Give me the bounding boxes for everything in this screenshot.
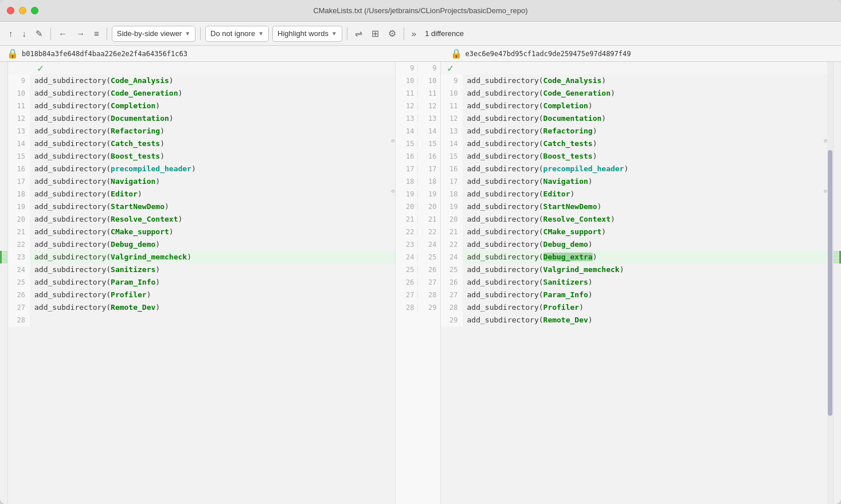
right-line-row: 25add_subdirectory(Valgrind_memcheck) <box>441 263 828 276</box>
window-title: CMakeLists.txt (/Users/jetbrains/CLionPr… <box>313 6 527 15</box>
left-line-row: 18add_subdirectory(Editor)⊖ <box>8 188 395 200</box>
diff-count: 1 difference <box>425 29 464 38</box>
viewer-dropdown[interactable]: Side-by-side viewer ▼ <box>112 26 195 42</box>
left-line-row: 11add_subdirectory(Completion) <box>8 100 395 112</box>
highlight-dropdown-label: Highlight words <box>277 29 328 38</box>
back-button[interactable]: ← <box>56 26 70 41</box>
right-line-row: 11add_subdirectory(Completion) <box>441 100 828 112</box>
columns-button[interactable]: ⊞ <box>369 26 382 41</box>
right-line-row: 20add_subdirectory(Resolve_Context) <box>441 213 828 226</box>
center-num-row: 2829 <box>396 301 440 314</box>
diff-area: ✓ 9add_subdirectory(Code_Analysis)10add_… <box>0 62 841 504</box>
right-line-row: 9add_subdirectory(Code_Analysis) <box>441 74 828 87</box>
next-diff-button[interactable]: ↓ <box>19 26 30 41</box>
right-line-row: 15add_subdirectory(Boost_tests) <box>441 150 828 163</box>
ignore-chevron-icon: ▼ <box>258 30 264 37</box>
left-line-row: 28 <box>8 314 395 326</box>
left-line-row: 25add_subdirectory(Param_Info) <box>8 276 395 289</box>
right-line-row: 28add_subdirectory(Profiler) <box>441 301 828 314</box>
right-line-row: 14add_subdirectory(Catch_tests)⊖ <box>441 137 828 150</box>
minimize-button[interactable] <box>19 7 26 14</box>
left-line-row: 19add_subdirectory(StartNewDemo) <box>8 200 395 213</box>
left-pane-wrapper: ✓ 9add_subdirectory(Code_Analysis)10add_… <box>8 62 395 504</box>
right-line-row: 18add_subdirectory(Editor)⊖ <box>441 188 828 200</box>
left-line-row: 10add_subdirectory(Code_Generation) <box>8 87 395 100</box>
highlight-chevron-icon: ▼ <box>331 30 337 37</box>
center-num-row: 2627 <box>396 276 440 289</box>
gear-button[interactable]: ⚙ <box>385 26 399 41</box>
right-line-row: 17add_subdirectory(Navigation) <box>441 175 828 188</box>
traffic-lights <box>7 7 38 14</box>
highlight-dropdown[interactable]: Highlight words ▼ <box>272 26 342 42</box>
left-line-row: 24add_subdirectory(Sanitizers) <box>8 263 395 276</box>
right-scrollbar-thumb[interactable] <box>828 150 832 415</box>
ignore-dropdown[interactable]: Do not ignore ▼ <box>205 26 269 42</box>
left-line-row: 13add_subdirectory(Refactoring) <box>8 125 395 137</box>
right-line-row: 16add_subdirectory(precompiled_header) <box>441 163 828 175</box>
forward-button[interactable]: → <box>73 26 88 41</box>
center-num-row: 1919 <box>396 188 440 200</box>
right-side-gutter <box>833 62 841 504</box>
center-num-row: 1313 <box>396 112 440 125</box>
right-scrollbar-track[interactable] <box>827 62 833 504</box>
right-code-scroll[interactable]: 9add_subdirectory(Code_Analysis)10add_su… <box>441 74 828 504</box>
center-num-row: 2121 <box>396 213 440 226</box>
more-button[interactable]: » <box>409 26 419 41</box>
left-line-row: 22add_subdirectory(Debug_demo) <box>8 238 395 251</box>
left-code-scroll[interactable]: 9add_subdirectory(Code_Analysis)10add_su… <box>8 74 395 504</box>
right-line-row: 29add_subdirectory(Remote_Dev) <box>441 314 828 326</box>
left-line-row: 23add_subdirectory(Valgrind_memcheck) <box>8 251 395 263</box>
lock-icon-right: 🔒 <box>451 48 462 59</box>
center-num-row: 2020 <box>396 200 440 213</box>
center-num-row: 1515 <box>396 137 440 150</box>
lock-icon-left: 🔒 <box>7 48 18 59</box>
toolbar-divider-2 <box>107 27 107 40</box>
center-num-row: 2728 <box>396 289 440 301</box>
left-checkmark: ✓ <box>8 62 395 74</box>
toolbar-divider-1 <box>50 27 51 40</box>
left-line-row: 20add_subdirectory(Resolve_Context) <box>8 213 395 226</box>
hash-bar: 🔒 b018b84a3fe648df4baa226e2e2f4a64356f1c… <box>0 46 841 62</box>
right-line-row: 19add_subdirectory(StartNewDemo) <box>441 200 828 213</box>
right-line-row: 10add_subdirectory(Code_Generation) <box>441 87 828 100</box>
right-line-row: 12add_subdirectory(Documentation) <box>441 112 828 125</box>
toolbar-divider-4 <box>347 27 347 40</box>
left-line-row: 14add_subdirectory(Catch_tests)⊖ <box>8 137 395 150</box>
right-line-row: 24add_subdirectory(Debug_extra) <box>441 251 828 263</box>
main-window: CMakeLists.txt (/Users/jetbrains/CLionPr… <box>0 0 841 504</box>
right-line-row: 26add_subdirectory(Sanitizers) <box>441 276 828 289</box>
ignore-dropdown-label: Do not ignore <box>210 29 255 38</box>
center-num-row: 99 <box>396 62 440 74</box>
center-num-row: 1111 <box>396 87 440 100</box>
center-num-row: 1414 <box>396 125 440 137</box>
list-button[interactable]: ≡ <box>91 26 102 41</box>
toolbar: ↑ ↓ ✎ ← → ≡ Side-by-side viewer ▼ Do not… <box>0 22 841 46</box>
center-num-row: 2526 <box>396 263 440 276</box>
center-num-row: 1616 <box>396 150 440 163</box>
left-line-row: 21add_subdirectory(CMake_support) <box>8 226 395 238</box>
left-line-row: 12add_subdirectory(Documentation) <box>8 112 395 125</box>
edit-button[interactable]: ✎ <box>33 26 46 41</box>
left-line-row: 26add_subdirectory(Profiler) <box>8 289 395 301</box>
left-side-gutter <box>0 62 8 504</box>
center-num-row: 1010 <box>396 74 440 87</box>
right-line-row: 13add_subdirectory(Refactoring) <box>441 125 828 137</box>
toolbar-divider-3 <box>200 27 201 40</box>
settings-lines-button[interactable]: ⇌ <box>352 26 365 41</box>
prev-diff-button[interactable]: ↑ <box>6 26 16 41</box>
left-line-row: 9add_subdirectory(Code_Analysis) <box>8 74 395 87</box>
right-checkmark: ✓ <box>441 62 828 74</box>
left-line-row: 27add_subdirectory(Remote_Dev) <box>8 301 395 314</box>
maximize-button[interactable] <box>31 7 38 14</box>
center-num-row: 2324 <box>396 238 440 251</box>
right-line-row: 21add_subdirectory(CMake_support) <box>441 226 828 238</box>
left-line-row: 15add_subdirectory(Boost_tests) <box>8 150 395 163</box>
center-line-numbers: 9910101111121213131414151516161717181819… <box>395 62 441 504</box>
toolbar-divider-5 <box>404 27 404 40</box>
right-hash: e3ec6e9e47bd95cf1adc9de259475e97d4897f49 <box>466 50 631 58</box>
viewer-chevron-icon: ▼ <box>185 30 190 37</box>
close-button[interactable] <box>7 7 14 14</box>
center-num-row: 2222 <box>396 226 440 238</box>
left-line-row: 17add_subdirectory(Navigation) <box>8 175 395 188</box>
center-num-row: 2425 <box>396 251 440 263</box>
